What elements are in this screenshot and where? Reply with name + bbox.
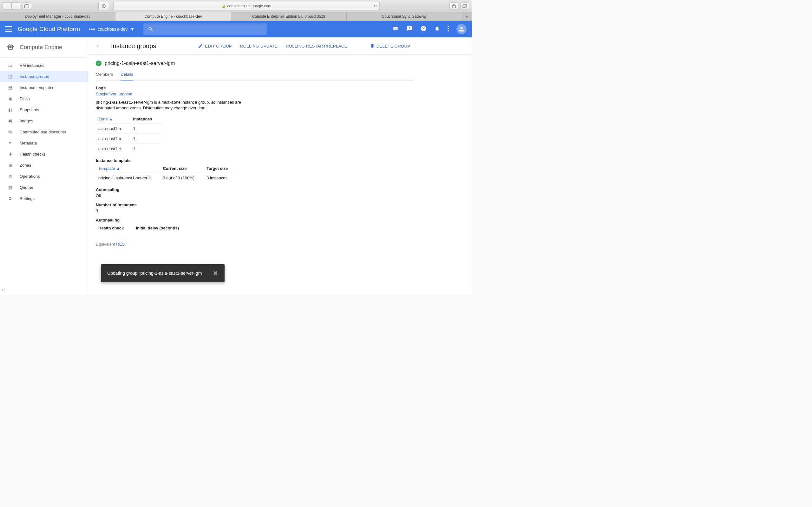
tabs-button[interactable]	[460, 2, 469, 10]
project-picker[interactable]: couchbase-dev ▼	[86, 25, 138, 34]
forward-button[interactable]: ›	[11, 2, 20, 10]
gcp-header: Google Cloud Platform couchbase-dev ▼	[0, 21, 472, 38]
sidebar-item-instance-templates[interactable]: ▤Instance templates	[0, 82, 88, 93]
avatar[interactable]	[456, 24, 467, 34]
share-button[interactable]	[450, 2, 458, 10]
template-label: Instance template	[96, 158, 414, 163]
notifications-icon[interactable]	[434, 25, 440, 33]
search-input[interactable]	[143, 23, 266, 35]
sidebar-item-disks[interactable]: ◉Disks	[0, 93, 88, 104]
browser-tab[interactable]: Compute Engine - couchbase-dev	[115, 12, 231, 20]
platform-logo[interactable]: Google Cloud Platform	[18, 26, 80, 33]
sidebar-item-operations[interactable]: ◴Operations	[0, 171, 88, 182]
new-tab-button[interactable]: +	[462, 12, 472, 20]
table-row: asia-east1-c1	[96, 144, 162, 154]
sidebar-collapse[interactable]: ‹I	[0, 285, 88, 295]
template-table: Template ▲ Current size Target size pric…	[96, 164, 237, 183]
toast: Updating group "pricing-1-asia-east1-ser…	[101, 264, 224, 282]
nav-icon: ▣	[7, 118, 13, 123]
nav-icon: ◴	[7, 174, 13, 179]
logs-label: Logs	[96, 86, 414, 90]
project-name: couchbase-dev	[97, 26, 128, 32]
autoscaling-value: Off	[96, 193, 414, 198]
close-icon[interactable]: ✕	[213, 269, 218, 277]
help-icon[interactable]	[420, 25, 426, 33]
edit-group-button[interactable]: EDIT GROUP	[198, 43, 232, 49]
nav-label: Operations	[20, 174, 40, 179]
cloud-shell-icon[interactable]	[392, 26, 399, 33]
project-icon	[89, 29, 95, 30]
lock-icon: 🔒	[222, 4, 225, 8]
svg-rect-0	[25, 4, 29, 8]
stackdriver-link[interactable]: Stackdriver Logging	[96, 92, 414, 96]
autohealing-table: Health check Initial delay (seconds)	[96, 224, 189, 232]
menu-icon[interactable]	[5, 26, 12, 32]
detail-tabs: Members Details	[96, 70, 414, 80]
browser-tab[interactable]: Couchbase Sync Gateway	[347, 12, 462, 20]
delete-group-button[interactable]: DELETE GROUP	[370, 43, 410, 49]
nav-icon: ≡	[7, 141, 13, 146]
sidebar-item-quotas[interactable]: ▥Quotas	[0, 182, 88, 193]
sidebar: Compute Engine ▭VM instances⬚Instance gr…	[0, 38, 88, 295]
nav-label: Health checks	[20, 152, 46, 157]
template-header[interactable]: Template ▲	[96, 164, 160, 173]
instances-header[interactable]: Instances	[131, 115, 162, 124]
rest-link[interactable]: REST	[116, 242, 127, 246]
sidebar-item-images[interactable]: ▣Images	[0, 115, 88, 126]
nav-label: Disks	[20, 96, 30, 101]
autohealing-label: Autohealing	[96, 218, 414, 222]
sidebar-item-zones[interactable]: ⊞Zones	[0, 160, 88, 171]
browser-tab-strip: Deployment Manager - couchbase-dev Compu…	[0, 12, 472, 21]
header-utilities	[392, 24, 467, 34]
nav-icon: ◉	[7, 96, 13, 101]
sidebar-item-committed-use-discounts[interactable]: %Committed use discounts	[0, 126, 88, 137]
nav-label: VM instances	[20, 63, 44, 68]
nav-icon: ▭	[7, 63, 13, 68]
target-size-header[interactable]: Target size	[204, 164, 237, 173]
instances-count-value: 3	[96, 209, 414, 213]
svg-point-4	[104, 7, 104, 7]
equivalent-rest: Equivalent REST	[96, 242, 414, 246]
nav-label: Snapshots	[20, 107, 39, 112]
toast-message: Updating group "pricing-1-asia-east1-ser…	[107, 271, 203, 276]
reload-icon[interactable]: ↻	[374, 4, 377, 8]
feedback-icon[interactable]	[406, 25, 413, 33]
table-row: asia-east1-a1	[96, 124, 162, 134]
nav-icon: ⬚	[7, 74, 13, 79]
safari-toolbar: ‹ › 🔒 console.cloud.google.com ↻	[0, 0, 472, 12]
sidebar-item-vm-instances[interactable]: ▭VM instances	[0, 60, 88, 71]
rolling-update-button[interactable]: ROLLING UPDATE	[240, 44, 277, 49]
sidebar-title: Compute Engine	[20, 44, 62, 51]
nav-label: Instance groups	[20, 74, 49, 79]
tab-details[interactable]: Details	[120, 70, 133, 80]
url-host: console.cloud.google.com	[227, 4, 271, 8]
health-check-header[interactable]: Health check	[96, 224, 133, 232]
sidebar-header[interactable]: Compute Engine	[0, 38, 88, 57]
sidebar-item-instance-groups[interactable]: ⬚Instance groups	[0, 71, 88, 82]
url-bar[interactable]: 🔒 console.cloud.google.com ↻	[113, 2, 380, 10]
browser-tab[interactable]: Deployment Manager - couchbase-dev	[0, 12, 115, 20]
rolling-restart-button[interactable]: ROLLING RESTART/REPLACE	[286, 44, 347, 49]
autoscaling-label: Autoscaling	[96, 187, 414, 192]
browser-tab[interactable]: Console Enterprise Edition 5.0.0 build 3…	[231, 12, 347, 20]
sidebar-item-snapshots[interactable]: ◧Snapshots	[0, 104, 88, 115]
sidebar-item-settings[interactable]: ⚙Settings	[0, 193, 88, 204]
delay-header[interactable]: Initial delay (seconds)	[133, 224, 189, 232]
more-icon[interactable]	[448, 26, 449, 33]
sidebar-item-metadata[interactable]: ≡Metadata	[0, 137, 88, 149]
current-size-header[interactable]: Current size	[160, 164, 204, 173]
tab-members[interactable]: Members	[96, 70, 113, 80]
svg-point-10	[448, 30, 449, 32]
sidebar-toggle-button[interactable]	[22, 2, 31, 10]
compute-engine-icon	[6, 43, 14, 51]
nav-label: Instance templates	[20, 85, 54, 90]
back-arrow-icon[interactable]: ←	[96, 42, 103, 50]
table-row: asia-east1-b1	[96, 134, 162, 144]
action-bar: ← Instance groups EDIT GROUP ROLLING UPD…	[88, 38, 472, 55]
reader-button[interactable]	[98, 2, 109, 10]
zone-header[interactable]: Zone ▲	[96, 115, 131, 124]
status-ok-icon: ✓	[96, 60, 101, 66]
back-button[interactable]: ‹	[3, 2, 11, 10]
sidebar-item-health-checks[interactable]: ✚Health checks	[0, 149, 88, 160]
svg-rect-7	[463, 5, 466, 8]
